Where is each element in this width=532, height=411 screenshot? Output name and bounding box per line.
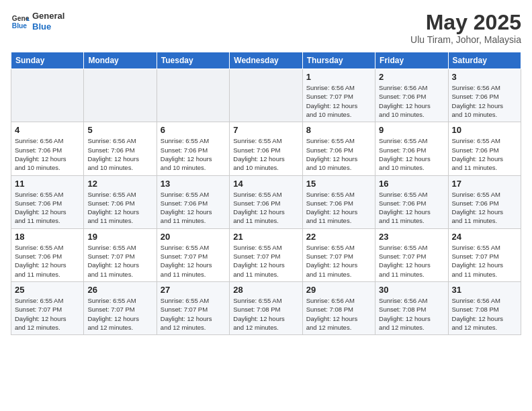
day-number: 31 <box>452 285 517 295</box>
day-number: 24 <box>452 232 517 242</box>
calendar-table: SundayMondayTuesdayWednesdayThursdayFrid… <box>11 52 521 335</box>
svg-text:General: General <box>12 15 30 22</box>
day-info: Sunrise: 6:55 AM Sunset: 7:06 PM Dayligh… <box>161 190 226 226</box>
day-cell: 21Sunrise: 6:55 AM Sunset: 7:07 PM Dayli… <box>230 228 302 281</box>
day-number: 29 <box>306 285 371 295</box>
day-cell: 4Sunrise: 6:56 AM Sunset: 7:06 PM Daylig… <box>11 122 84 175</box>
day-number: 9 <box>379 125 444 135</box>
day-cell: 27Sunrise: 6:55 AM Sunset: 7:07 PM Dayli… <box>157 281 229 334</box>
day-cell: 1Sunrise: 6:56 AM Sunset: 7:07 PM Daylig… <box>302 69 375 122</box>
day-number: 7 <box>233 125 298 135</box>
day-cell: 7Sunrise: 6:55 AM Sunset: 7:06 PM Daylig… <box>230 122 302 175</box>
day-number: 10 <box>452 125 517 135</box>
day-number: 23 <box>379 232 444 242</box>
day-info: Sunrise: 6:55 AM Sunset: 7:06 PM Dayligh… <box>233 136 298 172</box>
page-header: General Blue General Blue May 2025 Ulu T… <box>11 11 521 45</box>
day-number: 2 <box>379 72 444 82</box>
day-cell <box>11 69 84 122</box>
day-number: 28 <box>233 285 298 295</box>
day-info: Sunrise: 6:55 AM Sunset: 7:06 PM Dayligh… <box>452 190 517 226</box>
day-cell: 24Sunrise: 6:55 AM Sunset: 7:07 PM Dayli… <box>448 228 521 281</box>
week-row-2: 4Sunrise: 6:56 AM Sunset: 7:06 PM Daylig… <box>11 122 521 175</box>
day-number: 15 <box>306 179 371 189</box>
weekday-header-sunday: Sunday <box>11 52 84 69</box>
day-number: 18 <box>15 232 80 242</box>
logo-general: General <box>32 11 64 21</box>
day-number: 19 <box>87 232 152 242</box>
day-number: 8 <box>306 125 371 135</box>
day-number: 4 <box>15 125 80 135</box>
day-cell <box>230 69 302 122</box>
title-block: May 2025 Ulu Tiram, Johor, Malaysia <box>410 11 521 45</box>
day-cell: 12Sunrise: 6:55 AM Sunset: 7:06 PM Dayli… <box>84 175 157 228</box>
day-info: Sunrise: 6:55 AM Sunset: 7:06 PM Dayligh… <box>306 190 371 226</box>
day-number: 27 <box>161 285 226 295</box>
week-row-4: 18Sunrise: 6:55 AM Sunset: 7:06 PM Dayli… <box>11 228 521 281</box>
day-cell <box>84 69 157 122</box>
weekday-header-monday: Monday <box>84 52 157 69</box>
day-cell: 6Sunrise: 6:55 AM Sunset: 7:06 PM Daylig… <box>157 122 229 175</box>
day-info: Sunrise: 6:55 AM Sunset: 7:06 PM Dayligh… <box>306 136 371 172</box>
day-cell: 26Sunrise: 6:55 AM Sunset: 7:07 PM Dayli… <box>84 281 157 334</box>
day-info: Sunrise: 6:55 AM Sunset: 7:07 PM Dayligh… <box>15 296 80 332</box>
day-info: Sunrise: 6:55 AM Sunset: 7:06 PM Dayligh… <box>15 190 80 226</box>
location: Ulu Tiram, Johor, Malaysia <box>410 34 521 45</box>
day-cell: 3Sunrise: 6:56 AM Sunset: 7:06 PM Daylig… <box>448 69 521 122</box>
day-number: 3 <box>452 72 517 82</box>
day-number: 1 <box>306 72 371 82</box>
day-info: Sunrise: 6:56 AM Sunset: 7:08 PM Dayligh… <box>306 296 371 332</box>
day-number: 25 <box>15 285 80 295</box>
day-info: Sunrise: 6:55 AM Sunset: 7:06 PM Dayligh… <box>452 136 517 172</box>
day-cell: 5Sunrise: 6:56 AM Sunset: 7:06 PM Daylig… <box>84 122 157 175</box>
day-info: Sunrise: 6:55 AM Sunset: 7:07 PM Dayligh… <box>87 243 152 279</box>
day-number: 6 <box>161 125 226 135</box>
day-info: Sunrise: 6:55 AM Sunset: 7:07 PM Dayligh… <box>233 243 298 279</box>
day-info: Sunrise: 6:56 AM Sunset: 7:06 PM Dayligh… <box>87 136 152 172</box>
logo-blue: Blue <box>32 21 64 32</box>
calendar-body: 1Sunrise: 6:56 AM Sunset: 7:07 PM Daylig… <box>11 69 521 335</box>
day-cell: 15Sunrise: 6:55 AM Sunset: 7:06 PM Dayli… <box>302 175 375 228</box>
day-number: 21 <box>233 232 298 242</box>
day-cell: 30Sunrise: 6:56 AM Sunset: 7:08 PM Dayli… <box>375 281 448 334</box>
logo: General Blue General Blue <box>11 11 64 32</box>
week-row-1: 1Sunrise: 6:56 AM Sunset: 7:07 PM Daylig… <box>11 69 521 122</box>
day-cell: 22Sunrise: 6:55 AM Sunset: 7:07 PM Dayli… <box>302 228 375 281</box>
month-year: May 2025 <box>410 11 521 34</box>
day-info: Sunrise: 6:55 AM Sunset: 7:06 PM Dayligh… <box>15 243 80 279</box>
day-cell: 2Sunrise: 6:56 AM Sunset: 7:06 PM Daylig… <box>375 69 448 122</box>
day-cell: 9Sunrise: 6:55 AM Sunset: 7:06 PM Daylig… <box>375 122 448 175</box>
day-info: Sunrise: 6:55 AM Sunset: 7:06 PM Dayligh… <box>161 136 226 172</box>
day-info: Sunrise: 6:55 AM Sunset: 7:07 PM Dayligh… <box>87 296 152 332</box>
day-cell: 28Sunrise: 6:55 AM Sunset: 7:08 PM Dayli… <box>230 281 302 334</box>
weekday-header-tuesday: Tuesday <box>157 52 229 69</box>
day-cell: 16Sunrise: 6:55 AM Sunset: 7:06 PM Dayli… <box>375 175 448 228</box>
weekday-row: SundayMondayTuesdayWednesdayThursdayFrid… <box>11 52 521 69</box>
day-cell: 18Sunrise: 6:55 AM Sunset: 7:06 PM Dayli… <box>11 228 84 281</box>
day-cell: 11Sunrise: 6:55 AM Sunset: 7:06 PM Dayli… <box>11 175 84 228</box>
day-number: 16 <box>379 179 444 189</box>
day-cell: 29Sunrise: 6:56 AM Sunset: 7:08 PM Dayli… <box>302 281 375 334</box>
day-info: Sunrise: 6:55 AM Sunset: 7:07 PM Dayligh… <box>452 243 517 279</box>
day-number: 17 <box>452 179 517 189</box>
day-info: Sunrise: 6:55 AM Sunset: 7:07 PM Dayligh… <box>306 243 371 279</box>
day-info: Sunrise: 6:56 AM Sunset: 7:08 PM Dayligh… <box>452 296 517 332</box>
day-info: Sunrise: 6:56 AM Sunset: 7:08 PM Dayligh… <box>379 296 444 332</box>
day-info: Sunrise: 6:55 AM Sunset: 7:06 PM Dayligh… <box>233 190 298 226</box>
logo-icon: General Blue <box>11 12 30 31</box>
day-cell: 23Sunrise: 6:55 AM Sunset: 7:07 PM Dayli… <box>375 228 448 281</box>
day-info: Sunrise: 6:55 AM Sunset: 7:07 PM Dayligh… <box>379 243 444 279</box>
weekday-header-thursday: Thursday <box>302 52 375 69</box>
day-number: 20 <box>161 232 226 242</box>
day-number: 14 <box>233 179 298 189</box>
day-cell: 14Sunrise: 6:55 AM Sunset: 7:06 PM Dayli… <box>230 175 302 228</box>
day-cell: 19Sunrise: 6:55 AM Sunset: 7:07 PM Dayli… <box>84 228 157 281</box>
day-number: 22 <box>306 232 371 242</box>
day-cell: 10Sunrise: 6:55 AM Sunset: 7:06 PM Dayli… <box>448 122 521 175</box>
day-info: Sunrise: 6:55 AM Sunset: 7:07 PM Dayligh… <box>161 243 226 279</box>
calendar-header: SundayMondayTuesdayWednesdayThursdayFrid… <box>11 52 521 69</box>
day-cell: 8Sunrise: 6:55 AM Sunset: 7:06 PM Daylig… <box>302 122 375 175</box>
day-number: 26 <box>87 285 152 295</box>
day-cell: 20Sunrise: 6:55 AM Sunset: 7:07 PM Dayli… <box>157 228 229 281</box>
day-cell: 25Sunrise: 6:55 AM Sunset: 7:07 PM Dayli… <box>11 281 84 334</box>
weekday-header-wednesday: Wednesday <box>230 52 302 69</box>
